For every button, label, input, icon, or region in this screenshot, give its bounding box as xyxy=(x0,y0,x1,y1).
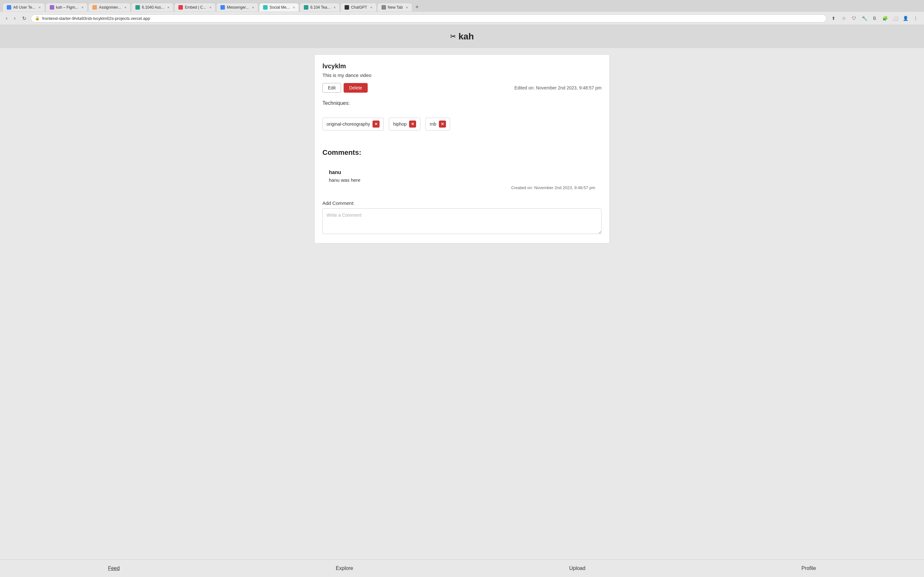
app-logo-icon: ✂ xyxy=(450,32,456,41)
tab-favicon xyxy=(381,5,386,10)
back-button[interactable]: ‹ xyxy=(4,15,9,22)
tab-new-tab[interactable]: New Tab × xyxy=(377,3,412,11)
tab-close-icon[interactable]: × xyxy=(334,5,336,9)
tab-label: 6.1040 Ass... xyxy=(142,5,164,10)
tab-close-icon[interactable]: × xyxy=(210,5,212,9)
tab-6104-ass[interactable]: 6.1040 Ass... × xyxy=(131,3,174,11)
menu-button[interactable]: ⋮ xyxy=(911,14,920,23)
nav-feed[interactable]: Feed xyxy=(103,564,125,572)
tab-label: A6 User Te... xyxy=(13,5,35,10)
edit-button[interactable]: Edit xyxy=(322,83,341,93)
browser-chrome: A6 User Te... × kah – Figm... × Assignme… xyxy=(0,0,924,25)
remove-tag-original-choreography[interactable]: ✕ xyxy=(373,121,380,127)
tab-assignments[interactable]: Assignmen... × xyxy=(88,3,131,11)
lock-icon: 🔒 xyxy=(35,16,40,21)
comments-heading: Comments: xyxy=(322,148,602,157)
new-tab-button[interactable]: + xyxy=(413,3,422,12)
tab-label: Embed | C... xyxy=(185,5,206,10)
toolbar-actions: ⬆ ☆ 🛡 🔧 B 🧩 ⬜ 👤 ⋮ xyxy=(829,14,920,23)
nav-explore[interactable]: Explore xyxy=(330,564,358,572)
tab-close-icon[interactable]: × xyxy=(406,5,408,9)
comment-item: hanu hanu was here Created on: November … xyxy=(322,164,602,195)
tab-label: New Tab xyxy=(388,5,403,10)
nav-profile[interactable]: Profile xyxy=(796,564,821,572)
tab-favicon xyxy=(7,5,11,10)
share-button[interactable]: ⬆ xyxy=(829,14,838,23)
comment-author: hanu xyxy=(329,169,595,175)
nav-upload[interactable]: Upload xyxy=(564,564,591,572)
tab-6104-team[interactable]: 6.104 Tea... × xyxy=(300,3,340,11)
main-content: lvcyklm This is my dance video Edit Dele… xyxy=(0,48,924,559)
tab-kah-figma[interactable]: kah – Figm... × xyxy=(45,3,88,11)
action-buttons: Edit Delete xyxy=(322,83,368,93)
address-bar: ‹ › ↻ 🔒 frontend-starter-9h4a93rsb-lvcyk… xyxy=(0,12,924,25)
tag-hiphop: hiphop ✕ xyxy=(389,118,420,131)
app-title: kah xyxy=(459,31,474,42)
tab-favicon xyxy=(263,5,268,10)
tab-favicon xyxy=(136,5,140,10)
tab-favicon xyxy=(304,5,309,10)
tab-label: kah – Figm... xyxy=(56,5,78,10)
techniques-label: Techniques: xyxy=(322,100,602,106)
video-description: This is my dance video xyxy=(322,73,602,78)
extension-btn-3[interactable]: B xyxy=(870,14,879,23)
delete-button[interactable]: Delete xyxy=(344,83,367,93)
tab-favicon xyxy=(220,5,225,10)
bookmark-button[interactable]: ☆ xyxy=(839,14,848,23)
tab-favicon xyxy=(178,5,183,10)
tab-label: 6.104 Tea... xyxy=(310,5,330,10)
tag-original-choreography: original-choreography ✕ xyxy=(322,118,384,131)
url-bar[interactable]: 🔒 frontend-starter-9h4a93rsb-lvcyklm02s-… xyxy=(31,15,827,23)
tab-close-icon[interactable]: × xyxy=(252,5,254,9)
tag-rnb: rnb ✕ xyxy=(425,118,450,131)
comment-date: Created on: November 2nd 2023, 9:48:57 p… xyxy=(329,185,595,190)
tag-name: original-choreography xyxy=(326,121,370,127)
tag-name: hiphop xyxy=(393,121,407,127)
tab-bar: A6 User Te... × kah – Figm... × Assignme… xyxy=(0,0,924,12)
tab-label: ChatGPT xyxy=(351,5,367,10)
add-comment-section: Add Comment: xyxy=(322,200,602,235)
remove-tag-rnb[interactable]: ✕ xyxy=(439,121,446,127)
remove-tag-hiphop[interactable]: ✕ xyxy=(409,121,416,127)
tag-name: rnb xyxy=(430,121,436,127)
tab-close-icon[interactable]: × xyxy=(293,5,295,9)
sidebar-toggle[interactable]: ⬜ xyxy=(891,14,900,23)
tab-favicon xyxy=(50,5,54,10)
tab-close-icon[interactable]: × xyxy=(370,5,372,9)
tab-close-icon[interactable]: × xyxy=(81,5,83,9)
add-comment-label: Add Comment: xyxy=(322,200,602,206)
video-title: lvcyklm xyxy=(322,63,602,70)
tab-close-icon[interactable]: × xyxy=(39,5,40,9)
extension-btn-1[interactable]: 🛡 xyxy=(850,14,859,23)
action-row: Edit Delete Edited on: November 2nd 2023… xyxy=(322,83,602,93)
edited-date: Edited on: November 2nd 2023, 9:48:57 pm xyxy=(514,85,602,90)
tab-social-media[interactable]: Social Me... × xyxy=(259,3,299,11)
content-card: lvcyklm This is my dance video Edit Dele… xyxy=(314,55,610,243)
extension-btn-4[interactable]: 🧩 xyxy=(880,14,889,23)
app-header: ✂ kah xyxy=(0,25,924,48)
tab-label: Messenger... xyxy=(227,5,249,10)
reload-button[interactable]: ↻ xyxy=(20,15,28,22)
tab-close-icon[interactable]: × xyxy=(168,5,170,9)
comment-input[interactable] xyxy=(322,208,602,234)
tab-messenger[interactable]: Messenger... × xyxy=(216,3,258,11)
tab-label: Assignmen... xyxy=(99,5,121,10)
bottom-nav: Feed Explore Upload Profile xyxy=(0,559,924,577)
tab-embed[interactable]: Embed | C... × xyxy=(174,3,216,11)
tab-chatgpt[interactable]: ChatGPT × xyxy=(341,3,376,11)
tab-label: Social Me... xyxy=(270,5,290,10)
comment-text: hanu was here xyxy=(329,177,595,183)
techniques-list: original-choreography ✕ hiphop ✕ rnb ✕ xyxy=(322,113,602,135)
url-text: frontend-starter-9h4a93rsb-lvcyklm02s-pr… xyxy=(42,16,822,21)
profile-button[interactable]: 👤 xyxy=(901,14,910,23)
tab-a6-user[interactable]: A6 User Te... × xyxy=(3,3,45,11)
tab-favicon xyxy=(344,5,349,10)
extension-btn-2[interactable]: 🔧 xyxy=(860,14,869,23)
forward-button[interactable]: › xyxy=(12,15,17,22)
tab-close-icon[interactable]: × xyxy=(124,5,126,9)
tab-favicon xyxy=(92,5,97,10)
